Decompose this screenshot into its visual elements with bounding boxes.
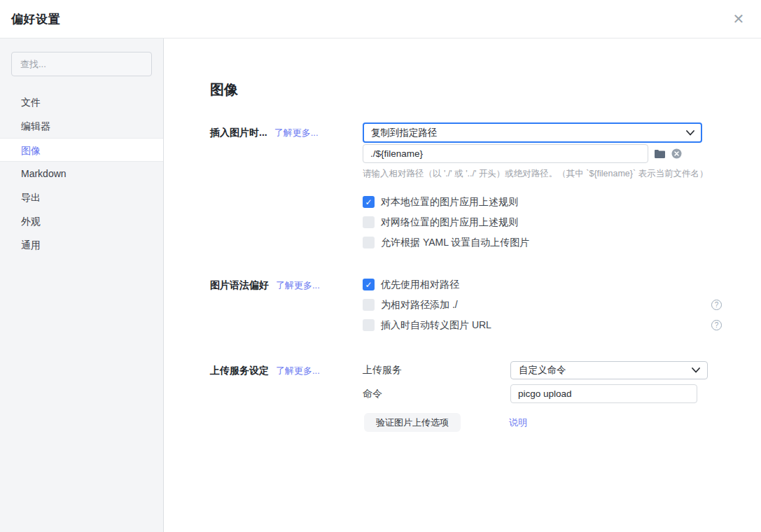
sidebar-item-appearance[interactable]: 外观 <box>0 209 163 233</box>
syntax-learn-more-link[interactable]: 了解更多... <box>276 279 320 292</box>
checkbox-network-rule[interactable] <box>363 216 375 228</box>
section-insert-image: 插入图片时... 了解更多... 复制到指定路径 <box>210 122 761 248</box>
checkbox-label: 优先使用相对路径 <box>381 279 459 291</box>
question-icon[interactable]: ? <box>711 300 722 310</box>
insert-action-select-value: 复制到指定路径 <box>371 127 438 139</box>
checkbox-row-escape-url: 插入时自动转义图片 URL ? <box>363 319 722 331</box>
dialog-header: 偏好设置 ✕ <box>0 0 761 38</box>
chevron-down-icon <box>692 368 700 373</box>
insert-learn-more-link[interactable]: 了解更多... <box>274 127 319 139</box>
upload-learn-more-link[interactable]: 了解更多... <box>276 365 320 377</box>
insert-action-select[interactable]: 复制到指定路径 <box>363 122 702 143</box>
checkmark-icon: ✓ <box>365 281 372 289</box>
checkbox-label: 插入时自动转义图片 URL <box>381 319 491 332</box>
upload-service-section-label: 上传服务设定 <box>210 365 269 377</box>
image-syntax-label: 图片语法偏好 <box>210 279 269 292</box>
checkbox-label: 对本地位置的图片应用上述规则 <box>381 196 518 209</box>
insert-image-label: 插入图片时... <box>210 127 267 139</box>
command-label: 命令 <box>363 388 510 400</box>
close-icon[interactable]: ✕ <box>729 9 748 29</box>
checkbox-row-add-dot-slash: 为相对路径添加 ./ ? <box>363 299 722 311</box>
sidebar-item-markdown[interactable]: Markdown <box>0 162 163 186</box>
checkbox-escape-url[interactable] <box>363 319 375 331</box>
path-help-text: 请输入相对路径（以 './' 或 '../' 开头）或绝对路径。（其中 `${f… <box>363 168 722 180</box>
checkbox-prefer-relative-path[interactable]: ✓ <box>363 279 375 290</box>
search-input[interactable] <box>11 52 152 76</box>
checkmark-icon: ✓ <box>365 198 372 206</box>
preferences-dialog: 偏好设置 ✕ 文件 编辑器 图像 Markdown 导出 外观 通用 图像 <box>0 0 761 532</box>
upload-service-select-value: 自定义命令 <box>519 364 566 377</box>
checkbox-row-local-rule: ✓ 对本地位置的图片应用上述规则 <box>363 196 722 208</box>
sidebar-nav: 文件 编辑器 图像 Markdown 导出 外观 通用 <box>0 90 163 257</box>
checkbox-label: 允许根据 YAML 设置自动上传图片 <box>381 237 529 249</box>
folder-icon[interactable] <box>654 149 666 159</box>
upload-service-select[interactable]: 自定义命令 <box>510 361 708 379</box>
copy-path-input[interactable] <box>363 144 648 163</box>
validate-row: 验证图片上传选项 说明 <box>363 413 722 432</box>
section-image-syntax: 图片语法偏好 了解更多... ✓ 优先使用相对路径 为相对路径添加 ./ ? <box>210 279 761 331</box>
checkbox-row-yaml-upload: 允许根据 YAML 设置自动上传图片 <box>363 237 722 248</box>
checkbox-row-relative-path: ✓ 优先使用相对路径 <box>363 279 722 290</box>
sidebar: 文件 编辑器 图像 Markdown 导出 外观 通用 <box>0 38 164 532</box>
upload-doc-link[interactable]: 说明 <box>509 416 527 429</box>
main-panel: 图像 插入图片时... 了解更多... 复制到指定路径 <box>164 38 761 532</box>
dialog-title: 偏好设置 <box>11 11 60 27</box>
checkbox-yaml-upload[interactable] <box>363 237 375 248</box>
checkbox-local-rule[interactable]: ✓ <box>363 196 375 208</box>
upload-service-row: 上传服务 自定义命令 <box>363 361 722 379</box>
upload-service-label: 上传服务 <box>363 364 510 377</box>
sidebar-item-file[interactable]: 文件 <box>0 90 163 114</box>
page-title: 图像 <box>210 80 761 99</box>
chevron-down-icon <box>686 130 694 136</box>
validate-upload-button[interactable]: 验证图片上传选项 <box>364 413 461 432</box>
sidebar-item-image[interactable]: 图像 <box>0 138 163 162</box>
checkbox-label: 对网络位置的图片应用上述规则 <box>381 216 518 229</box>
command-input[interactable] <box>510 384 697 403</box>
checkbox-add-dot-slash[interactable] <box>363 299 375 311</box>
sidebar-item-editor[interactable]: 编辑器 <box>0 114 163 138</box>
sidebar-item-general[interactable]: 通用 <box>0 233 163 257</box>
sidebar-item-export[interactable]: 导出 <box>0 186 163 209</box>
clear-circle-icon[interactable] <box>671 148 682 159</box>
section-upload-service: 上传服务设定 了解更多... 上传服务 自定义命令 <box>210 361 761 432</box>
checkbox-label: 为相对路径添加 ./ <box>381 299 458 312</box>
command-row: 命令 <box>363 384 722 403</box>
checkbox-row-network-rule: 对网络位置的图片应用上述规则 <box>363 216 722 228</box>
question-icon[interactable]: ? <box>711 320 722 330</box>
